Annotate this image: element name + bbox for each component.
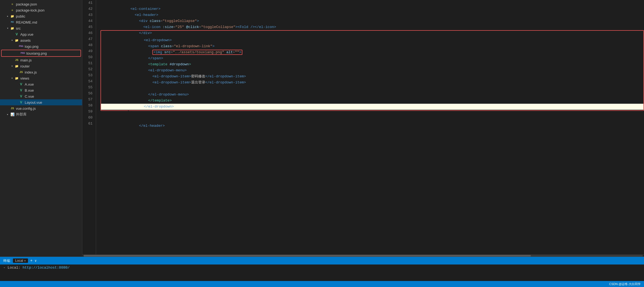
line-numbers: 41 42 43 44 45 46 47 48 49 50 51 52 53 5… (82, 0, 96, 254)
local-url-link[interactable]: http://localhost:8080/ (23, 266, 70, 270)
code-line-55: </el-dropdown-menu> (101, 86, 643, 92)
md-icon: MD (10, 20, 15, 25)
js-icon: JS (19, 70, 24, 75)
horizontal-scrollbar[interactable] (82, 254, 644, 257)
sidebar-item-public[interactable]: 📁 public (0, 13, 82, 19)
code-editor[interactable]: <el-container> <el-header> <div class="t… (96, 0, 644, 254)
line-num: 48 (82, 42, 93, 48)
code-line-43: <div class="toggleCollapse"> (100, 12, 644, 18)
sidebar-item-app-vue[interactable]: V App.vue (0, 31, 82, 37)
editor: 41 42 43 44 45 46 47 48 49 50 51 52 53 5… (82, 0, 644, 257)
sidebar-item-label: assets (20, 38, 31, 43)
line-num: 43 (82, 12, 93, 18)
code-line-59 (100, 111, 644, 117)
code-line-60: </el-header> (100, 117, 644, 123)
red-box-outer: <el-dropdown> <span class="el-dropdown-l… (100, 30, 644, 111)
sidebar-item-label: main.js (20, 58, 32, 62)
vue-icon: V (19, 82, 24, 87)
terminal-close-icon[interactable]: × (24, 259, 26, 262)
folder-icon: 📁 (10, 14, 15, 19)
sidebar-item-label: index.js (25, 70, 37, 74)
line-num: 54 (82, 78, 93, 85)
code-line-42: <el-header> (100, 6, 644, 12)
sidebar-item-package-json[interactable]: ⚙ package.json (0, 1, 82, 7)
js-icon: JS (10, 106, 15, 111)
terminal-label: 终端: (3, 258, 11, 263)
lib-icon: 📊 (10, 112, 15, 117)
status-text: CSDN @运维-大白同学 (609, 282, 641, 286)
sidebar-item-label: package.json (16, 2, 37, 6)
sidebar-item-readme[interactable]: MD README.md (0, 19, 82, 25)
sidebar-item-touxiang-png[interactable]: PNG touxiang.png (1, 50, 81, 57)
sidebar-item-label: vue.config.js (16, 106, 36, 111)
terminal-section: 终端: Local × + ∨ - Local: http://localhos… (0, 257, 644, 281)
line-num: 41 (82, 0, 93, 6)
vue-icon: V (19, 88, 24, 93)
sidebar-item-label: C.vue (25, 94, 34, 99)
sidebar-item-a-vue[interactable]: V A.vue (0, 81, 82, 87)
code-line-58 (101, 104, 643, 110)
line-num: 55 (82, 85, 93, 91)
folder-icon: 📁 (14, 76, 19, 81)
line-num: 56 (82, 91, 93, 97)
terminal-tab-label: Local (15, 259, 23, 263)
line-num: 50 (82, 54, 93, 60)
terminal-line: - Local: http://localhost:8080/ (3, 266, 641, 270)
sidebar-item-assets[interactable]: 📁 assets (0, 37, 82, 43)
file-tree: ⚙ package.json ⚙ package-lock.json 📁 pub… (0, 0, 82, 257)
line-num: 61 (82, 121, 93, 127)
sidebar-item-label: A.vue (25, 82, 34, 86)
sidebar-item-label: public (16, 14, 25, 18)
sidebar-item-label: router (20, 64, 30, 68)
sidebar-item-b-vue[interactable]: V B.vue (0, 87, 82, 93)
line-num: 45 (82, 24, 93, 30)
line-num: 57 (82, 97, 93, 103)
json-icon: ⚙ (10, 2, 15, 7)
png-icon: PNG (20, 51, 25, 56)
line-num: 47 (82, 36, 93, 42)
sidebar-item-layout-vue[interactable]: V Layout.vue (0, 99, 82, 105)
sidebar-item-vue-config[interactable]: JS vue.config.js (0, 105, 82, 111)
terminal-content[interactable]: - Local: http://localhost:8080/ (0, 265, 644, 281)
code-line-47: <span class="el-dropdown-link"> (101, 37, 643, 43)
sidebar-item-label: Layout.vue (25, 100, 42, 105)
sidebar-item-label: touxiang.png (26, 51, 47, 55)
vue-icon: V (19, 100, 24, 105)
line-num: 52 (82, 66, 93, 72)
status-bar: CSDN @运维-大白同学 (0, 281, 644, 287)
code-line-57: </el-dropdown> (101, 98, 643, 104)
line-num: 58 (82, 103, 93, 109)
line-num: 51 (82, 60, 93, 66)
sidebar-item-external-lib[interactable]: 📊 外部库 (0, 111, 82, 117)
line-num: 44 (82, 18, 93, 24)
sidebar-item-views[interactable]: 📁 views (0, 75, 82, 81)
expand-arrow (5, 14, 10, 18)
sidebar-item-main-js[interactable]: JS main.js (0, 57, 82, 63)
expand-arrow (5, 26, 10, 30)
code-line-41: <el-container> (100, 0, 644, 6)
sidebar-item-src[interactable]: 📁 src (0, 25, 82, 31)
expand-arrow (10, 64, 14, 68)
sidebar-item-package-lock-json[interactable]: ⚙ package-lock.json (0, 7, 82, 13)
sidebar-item-index-js[interactable]: JS index.js (0, 69, 82, 75)
terminal-tab-local[interactable]: Local × (13, 258, 28, 263)
terminal-add-button[interactable]: + (30, 258, 32, 263)
inner-red-box: <img src="../assets/touxiang.png" alt=""… (152, 50, 242, 55)
js-icon: JS (14, 58, 19, 63)
sidebar-item-c-vue[interactable]: V C.vue (0, 93, 82, 99)
sidebar-item-logo-png[interactable]: PNG logo.png (0, 43, 82, 49)
line-num: 60 (82, 115, 93, 121)
folder-icon: 📁 (10, 26, 15, 31)
expand-arrow (10, 76, 14, 80)
code-line-50: <template #dropdown> (101, 55, 643, 61)
terminal-chevron-icon[interactable]: ∨ (35, 259, 37, 263)
code-line-61 (100, 123, 644, 129)
json-icon: ⚙ (10, 8, 15, 13)
sidebar-item-label: App.vue (20, 32, 33, 36)
sidebar-item-label: views (20, 76, 29, 80)
line-num: 53 (82, 72, 93, 78)
sidebar-item-label: B.vue (25, 88, 34, 92)
vue-icon: V (14, 32, 19, 37)
line-num: 46 (82, 30, 93, 36)
sidebar-item-router[interactable]: 📁 router (0, 63, 82, 69)
